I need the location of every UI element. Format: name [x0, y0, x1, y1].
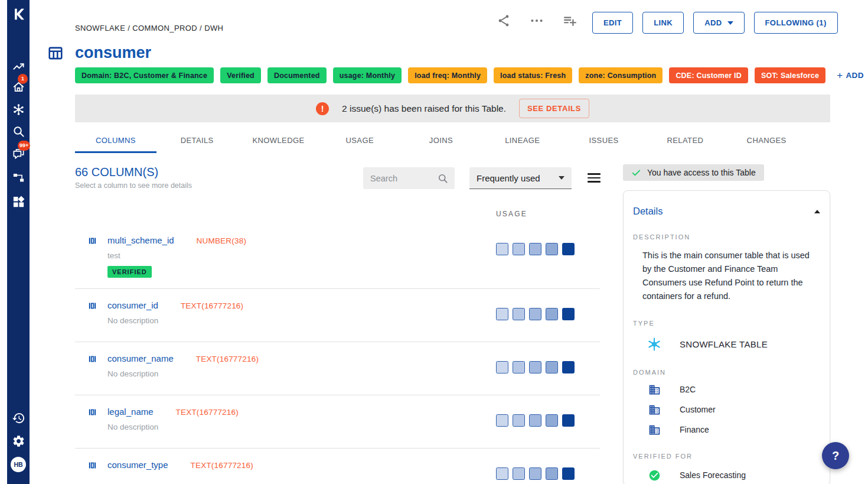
share-icon[interactable]	[496, 13, 511, 28]
tag-domain-b2c-customer-finance[interactable]: Domain: B2C, Customer & Finance	[75, 67, 214, 83]
tab-joins[interactable]: JOINS	[400, 129, 482, 153]
search-icon[interactable]	[7, 124, 30, 139]
description-text: This is the main consumer table that is …	[642, 249, 821, 303]
tab-details[interactable]: DETAILS	[156, 129, 238, 153]
collapse-caret-icon[interactable]	[814, 210, 820, 213]
column-name[interactable]: consumer_type	[107, 460, 168, 470]
issue-banner: ! 2 issue(s) has been raised for this Ta…	[75, 95, 830, 122]
table-row-legal-name[interactable]: legal_nameTEXT(16777216)No description	[75, 395, 600, 449]
usage-square-2	[513, 414, 525, 427]
history-icon[interactable]	[7, 410, 30, 425]
building-icon	[647, 384, 662, 396]
domain-name: Customer	[680, 405, 716, 414]
usage-square-3	[529, 414, 541, 427]
tag-cde-customer-id[interactable]: CDE: Customer ID	[669, 67, 748, 83]
table-row-consumer-name[interactable]: consumer_nameTEXT(16777216)No descriptio…	[75, 342, 600, 395]
domain-list: B2CCustomerFinance	[633, 384, 820, 436]
usage-column-header: USAGE	[496, 210, 527, 218]
domain-row-customer[interactable]: Customer	[647, 404, 820, 416]
tab-knowledge[interactable]: KNOWLEDGE	[238, 129, 319, 153]
home-badge: 1	[18, 74, 28, 84]
app-logo[interactable]	[11, 7, 26, 22]
tab-columns[interactable]: COLUMNS	[75, 129, 156, 153]
breadcrumb[interactable]: SNOWFLAKE / COMMON_PROD / DWH	[75, 24, 223, 33]
usage-square-5	[562, 243, 575, 255]
plus-icon: +	[837, 70, 843, 82]
analytics-icon[interactable]	[7, 59, 30, 74]
usage-square-1	[496, 361, 508, 373]
sort-dropdown-value: Frequently used	[477, 173, 559, 183]
playlist-add-icon[interactable]	[562, 13, 577, 28]
column-count-subtitle: Select a column to see more details	[75, 181, 192, 190]
tree-icon[interactable]	[7, 170, 30, 186]
app-window: 1 99+ HB SNOWFLAKE / COMMON_PROD / DWH	[0, 0, 868, 484]
usage-square-2	[513, 467, 525, 480]
tag-documented[interactable]: Documented	[267, 67, 327, 83]
column-name[interactable]: legal_name	[107, 407, 154, 417]
more-options-icon[interactable]	[529, 13, 544, 28]
tab-lineage[interactable]: LINEAGE	[482, 129, 563, 153]
type-label: TYPE	[633, 320, 820, 327]
tab-usage[interactable]: USAGE	[319, 129, 400, 153]
tag-sot-salesforce[interactable]: SOT: Salesforce	[755, 67, 825, 83]
usage-squares	[496, 361, 575, 373]
user-avatar[interactable]: HB	[11, 457, 26, 472]
domain-row-b2c[interactable]: B2C	[647, 384, 820, 396]
following-button[interactable]: FOLLOWING (1)	[754, 12, 838, 34]
table-row-multi-scheme-id[interactable]: multi_scheme_idNUMBER(38)testVERIFIED	[75, 230, 600, 289]
column-type: NUMBER(38)	[197, 236, 247, 245]
hub-icon[interactable]	[7, 102, 30, 117]
settings-gear-icon[interactable]	[7, 433, 30, 449]
column-type: TEXT(16777216)	[191, 461, 253, 470]
chat-icon[interactable]: 99+	[7, 146, 30, 161]
type-row: SNOWFLAKE TABLE	[647, 336, 820, 352]
help-button[interactable]: ?	[822, 442, 849, 469]
details-panel: Details DESCRIPTION This is the main con…	[623, 190, 830, 484]
tag-zone-consumption[interactable]: zone: Consumption	[579, 67, 663, 83]
link-button[interactable]: LINK	[642, 12, 684, 34]
tag-load-freq-monthly[interactable]: load freq: Monthly	[408, 67, 487, 83]
search-icon	[437, 173, 449, 184]
add-tag-button[interactable]: +ADD	[837, 70, 864, 82]
column-name[interactable]: consumer_id	[107, 300, 158, 310]
domain-row-finance[interactable]: Finance	[647, 424, 820, 436]
add-button[interactable]: ADD	[693, 12, 744, 34]
tab-changes[interactable]: CHANGES	[726, 129, 807, 153]
column-search[interactable]	[363, 167, 455, 189]
usage-square-1	[496, 243, 508, 255]
usage-square-4	[546, 361, 558, 373]
usage-square-4	[546, 243, 558, 255]
usage-square-5	[562, 361, 575, 373]
add-tag-label: ADD	[846, 71, 863, 80]
usage-squares	[496, 243, 575, 255]
usage-square-4	[546, 308, 558, 320]
column-type: TEXT(16777216)	[196, 355, 259, 363]
building-icon	[647, 424, 662, 436]
edit-button[interactable]: EDIT	[592, 12, 633, 34]
list-view-icon[interactable]	[588, 173, 601, 183]
table-row-consumer-id[interactable]: consumer_idTEXT(16777216)No description	[75, 289, 600, 342]
details-panel-header[interactable]: Details	[633, 206, 820, 217]
tag-load-status-fresh[interactable]: load status: Fresh	[494, 67, 572, 83]
search-input[interactable]	[370, 174, 437, 183]
tab-bar: COLUMNSDETAILSKNOWLEDGEUSAGEJOINSLINEAGE…	[75, 129, 807, 153]
usage-square-3	[529, 361, 541, 373]
usage-square-5	[562, 467, 575, 480]
tag-verified[interactable]: Verified	[220, 67, 261, 83]
column-name[interactable]: multi_scheme_id	[107, 235, 174, 245]
left-sidebar: 1 99+ HB	[7, 0, 30, 484]
usage-square-3	[529, 467, 541, 480]
home-icon[interactable]: 1	[7, 79, 30, 95]
column-icon	[87, 460, 97, 470]
usage-square-1	[496, 414, 508, 427]
widgets-icon[interactable]	[7, 194, 30, 209]
tab-related[interactable]: RELATED	[644, 129, 726, 153]
column-name[interactable]: consumer_name	[107, 353, 174, 363]
see-details-button[interactable]: SEE DETAILS	[519, 99, 589, 118]
sort-dropdown[interactable]: Frequently used	[469, 167, 572, 189]
chat-badge: 99+	[18, 141, 30, 151]
tab-issues[interactable]: ISSUES	[563, 129, 645, 153]
table-row-consumer-type[interactable]: consumer_typeTEXT(16777216)	[75, 449, 600, 484]
tag-usage-monthly[interactable]: usage: Monthly	[333, 67, 402, 83]
verified-for-list: Sales Forecasting	[633, 469, 820, 482]
